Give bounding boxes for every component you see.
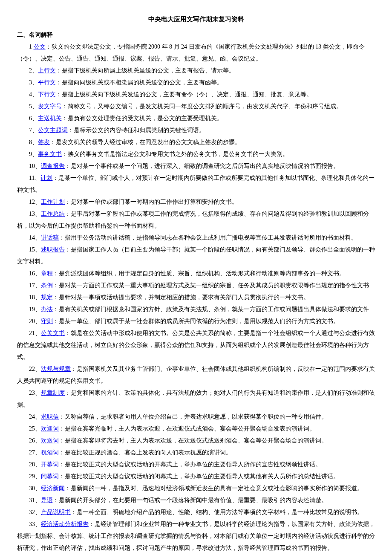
term-link[interactable]: 法规与规章: [41, 366, 71, 372]
entry-number: 30: [29, 485, 35, 491]
definition-entry: 25、欢迎词：是指在宾客光临时，主人为表示欢迎，在欢迎仪式或酒会、宴会等公开聚会…: [17, 423, 375, 435]
definition-text: ：狭义的公文即法定公文，专指国务院 2000 年 8 月 24 日发布的《国家行…: [17, 43, 365, 62]
definition-text: ：是新闻的一种，是指及时、迅速地对经济领域新近发生的具有一定社会意义或社会影响的…: [65, 485, 363, 491]
definition-entry: 22、法规与规章：是指国家机关及其业务主管部门、企事业单位、社会团体或其他组织机…: [17, 363, 375, 387]
term-link[interactable]: 述职报告: [41, 246, 65, 253]
definition-entry: 14、讲话稿：指用于公务活动的讲话稿，是指领导同志在各种会议上或利用广播电视等宣…: [17, 232, 375, 244]
definition-text: ：又称自荐信，是求职者向用人单位介绍自己，并表达求职意愿，以求获得某个职位的一种…: [59, 413, 327, 420]
definition-entry: 1 公文：狭义的公文即法定公文，专指国务院 2000 年 8 月 24 日发布的…: [17, 41, 375, 65]
definition-entry: 18、规定：是针对某一事项或活动提出要求，并制定相应的措施，要求有关部门人员贯彻…: [17, 292, 375, 304]
term-link[interactable]: 守则: [41, 318, 53, 324]
entry-number: 20: [29, 318, 35, 324]
definition-text: ：是有关机关或部门根据党和国家的方针、政策及有关法规、条例，就某一方面的工作或问…: [53, 306, 369, 312]
term-link[interactable]: 规定: [41, 294, 53, 301]
definition-entry: 30、经济新闻：是新闻的一种，是指及时、迅速地对经济领域新近发生的具有一定社会意…: [17, 483, 375, 494]
document-title: 中央电大应用文写作期末复习资料: [17, 13, 375, 26]
definition-entry: 28、开幕词：是在比较正式的大型会议或活动的开幕式上，举办单位的主要领导人所作的…: [17, 459, 375, 471]
term-link[interactable]: 公文主题词: [38, 127, 68, 133]
term-link[interactable]: 主送机关: [38, 115, 62, 121]
entry-separator: 、: [32, 151, 38, 157]
term-link[interactable]: 公关文书: [41, 330, 65, 336]
entry-separator: 、: [35, 390, 41, 396]
term-link[interactable]: 规章制度: [41, 390, 65, 396]
entry-separator: 、: [35, 318, 41, 324]
entry-separator: 、: [35, 509, 41, 515]
definition-text: ：是对某一单位或部门某一时期内的工作作出打算和安排的文书。: [65, 199, 238, 205]
term-link[interactable]: 工作总结: [41, 211, 65, 217]
definition-text: ：是指国家工作人员（目前主要为领导干部）就某一个阶段的任职情况，向有关部门及领导…: [17, 246, 375, 265]
entry-separator: 、: [35, 163, 41, 169]
term-link[interactable]: 事务文书: [38, 151, 62, 157]
entry-separator: 、: [35, 497, 41, 503]
definition-entry: 23、规章制度：是党和国家的方针、政策的具体化，具有法规的效力；她对人们的行为具…: [17, 387, 375, 411]
definition-text: ：是对某一方面的工作或某一重大事项的处理方式及某一组织的宗旨、任务及其成员的职责…: [53, 282, 369, 289]
term-link[interactable]: 发文字号: [38, 103, 62, 110]
term-link[interactable]: 经济活动分析报告: [41, 521, 89, 527]
entry-separator: 、: [35, 461, 41, 468]
term-link[interactable]: 讲话稿: [41, 234, 59, 241]
entry-separator: 、: [35, 294, 41, 301]
entry-number: 29: [29, 473, 35, 480]
entry-number: 18: [29, 294, 35, 301]
term-link[interactable]: 工作计划: [41, 199, 65, 205]
entry-number: 4: [29, 91, 32, 98]
entry-number: 14: [29, 234, 35, 241]
definition-entry: 13、工作总结：是事后对某一阶段的工作或某项工作的完成情况，包括取得的成绩、存在…: [17, 208, 375, 232]
term-link[interactable]: 开幕词: [41, 461, 59, 468]
entry-number: 26: [29, 437, 35, 444]
entry-number: 6: [29, 115, 32, 121]
definition-entry: 24、求职信：又称自荐信，是求职者向用人单位介绍自己，并表达求职意愿，以求获得某…: [17, 411, 375, 423]
term-link[interactable]: 求职信: [41, 413, 59, 420]
definition-entry: 29、闭幕词：是在比较正式的大型会议或活动的闭幕式上，举办单位的主要领导人或其他…: [17, 471, 375, 483]
entry-separator: 、: [35, 485, 41, 491]
definition-text: ：是标示公文的内容特征和归属类别的关键性词语。: [68, 127, 205, 133]
entry-number: 11: [29, 175, 35, 181]
term-link[interactable]: 签发: [38, 139, 50, 145]
entry-number: 12: [29, 199, 35, 205]
term-link[interactable]: 闭幕词: [41, 473, 59, 480]
entry-separator: 、: [35, 306, 41, 312]
term-link[interactable]: 办法: [41, 306, 53, 312]
definition-entry: 5、发文字号：简称文号，又称公文编号，是发文机关同一年度公文排列的顺序号，由发文…: [17, 101, 375, 113]
term-link[interactable]: 欢送词: [41, 437, 59, 444]
entry-number: 7: [29, 127, 32, 133]
term-link[interactable]: 平行文: [38, 79, 56, 86]
entry-number: 24: [29, 413, 35, 420]
entry-separator: 、: [35, 330, 41, 336]
definition-entry: 31、导语：是新闻的开头部分，在此要用一句话或一个段落将新闻中最有价值、最重要、…: [17, 494, 375, 506]
entry-number: 21: [29, 330, 35, 336]
definition-text: ：是在比较正式的大型会议或活动的开幕式上，举办单位的主要领导人所作的宣告性或纲领…: [59, 461, 321, 468]
entry-number: 5: [29, 103, 32, 110]
entry-separator: 、: [35, 449, 41, 456]
definition-entry: 27、祝酒词：是在比较正规的酒会、宴会上发表的向人们表示祝愿的演讲词。: [17, 447, 375, 459]
term-link[interactable]: 条例: [41, 282, 53, 289]
definition-text: ：是一种全面、明确地介绍产品的用途、性能、结构、使用方法等事项的文字材料，是一种…: [71, 509, 363, 515]
term-link[interactable]: 上行文: [38, 67, 56, 74]
entry-number: 31: [29, 497, 35, 503]
definition-text: ：狭义的事务文书是指法定公文和专用文书之外的公务文书，是公务文书的一大类别。: [62, 151, 288, 157]
definition-entry: 2、上行文：是指下级机关向所属上级机关呈送的公文，主要有报告、请示等。: [17, 65, 375, 77]
entry-number: 19: [29, 306, 35, 312]
definition-text: ：是对某一个事件或某一个问题，进行深入、细致的调查研究之后所写出的真实地反映情况…: [65, 163, 339, 169]
term-link[interactable]: 导语: [41, 497, 53, 503]
definition-text: ：简称文号，又称公文编号，是发文机关同一年度公文排列的顺序号，由发文机关代字、年…: [62, 103, 342, 110]
definition-text: ：是指在宾客即将离去时，主人为表示欢送，在欢送仪式或送别酒会、宴会等公开聚会场合…: [59, 437, 327, 444]
term-link[interactable]: 计划: [40, 175, 52, 181]
term-link[interactable]: 经济新闻: [41, 485, 65, 491]
definition-text: ：是党派或团体等组织，用于规定自身的性质、宗旨、组织机构、活动形式和行动准则等内…: [53, 270, 345, 277]
term-link[interactable]: 调查报告: [41, 163, 65, 169]
entry-separator: 、: [32, 91, 38, 98]
term-link[interactable]: 欢迎词: [41, 425, 59, 432]
definition-text: ：是在比较正规的酒会、宴会上发表的向人们表示祝愿的演讲词。: [59, 449, 232, 456]
definition-entry: 20、守则：是某一单位、部门或属于某一社会群体的成员所共同依循的行为准则，是用以…: [17, 315, 375, 327]
definition-text: ：是指上级机关向下级机关发送的公文，主要有命令（令）、决定、通报、通知、批复、意…: [56, 91, 312, 98]
entry-number: 27: [29, 449, 35, 456]
term-link[interactable]: 祝酒词: [41, 449, 59, 456]
term-link[interactable]: 下行文: [38, 91, 56, 98]
entry-separator: 、: [35, 413, 41, 420]
entry-separator: 、: [35, 366, 41, 372]
definition-entry: 4、下行文：是指上级机关向下级机关发送的公文，主要有命令（令）、决定、通报、通知…: [17, 89, 375, 101]
term-link[interactable]: 产品说明书: [41, 509, 71, 515]
term-link[interactable]: 章程: [41, 270, 53, 277]
term-link[interactable]: 公文: [34, 43, 46, 50]
